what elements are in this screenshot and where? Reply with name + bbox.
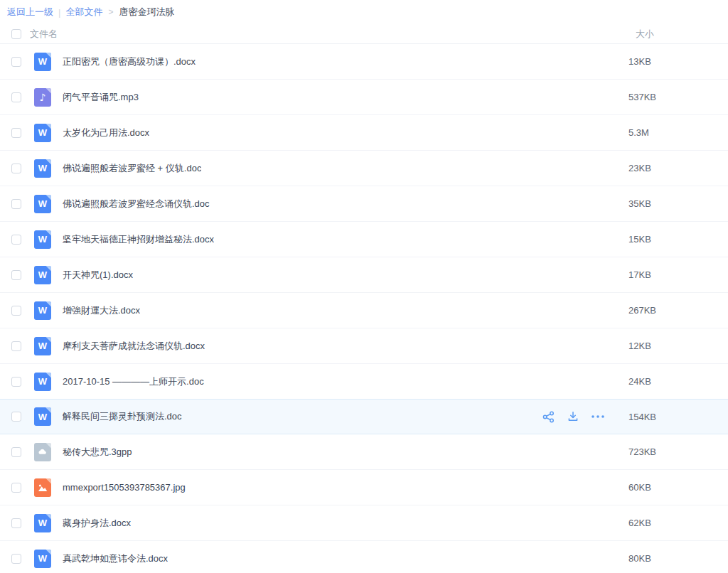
row-checkbox[interactable] [11,412,21,422]
select-all-checkbox[interactable] [11,29,21,39]
file-name-link[interactable]: mmexport1505393785367.jpg [63,482,186,493]
file-size: 13KB [628,56,651,67]
file-row[interactable]: W 增強財運大法.docx 267KB [0,293,728,328]
file-size: 15KB [628,234,651,245]
file-list: W 正阳密咒（唐密高级功课）.docx 13KB ♪ 闭气平音诵咒.mp3 53… [0,44,728,573]
row-checkbox[interactable] [11,377,21,387]
file-size: 5.3M [628,127,649,138]
row-checkbox[interactable] [11,92,21,102]
cloud-media-icon [34,443,51,461]
row-checkbox[interactable] [11,57,21,67]
music-note-icon: ♪ [34,88,51,107]
file-row[interactable]: W 开天神咒(1).docx 17KB [0,257,728,293]
file-list-viewport: W 正阳密咒（唐密高级功课）.docx 13KB ♪ 闭气平音诵咒.mp3 53… [0,44,728,573]
file-name-link[interactable]: 2017-10-15 ————上师开示.doc [63,375,204,388]
row-checkbox[interactable] [11,554,21,564]
file-name-link[interactable]: 解释民间三掷灵卦预测法.doc [63,410,182,423]
row-checkbox[interactable] [11,306,21,316]
word-document-icon: W [34,301,51,320]
breadcrumb-arrow: > [108,7,113,17]
word-document-icon: W [34,266,51,284]
word-document-icon: W [34,53,51,71]
filename-column-header: 文件名 [30,28,58,41]
file-size: 267KB [628,305,656,316]
file-row[interactable]: W 正阳密咒（唐密高级功课）.docx 13KB [0,44,728,80]
size-column-header: 大小 [636,28,654,41]
word-document-icon: W [34,550,51,568]
file-size: 35KB [628,198,651,209]
file-name-link[interactable]: 闭气平音诵咒.mp3 [63,91,139,104]
file-row[interactable]: W 摩利支天菩萨成就法念诵仪轨.docx 12KB [0,328,728,364]
file-row[interactable]: mmexport1505393785367.jpg 60KB [0,470,728,505]
word-document-icon: W [34,124,51,142]
file-size: 154KB [628,412,656,422]
file-row[interactable]: W 真武乾坤如意讳令法.docx 80KB [0,541,728,573]
file-row[interactable]: W 2017-10-15 ————上师开示.doc 24KB [0,364,728,400]
file-name-link[interactable]: 太岁化为己用法.docx [63,127,149,139]
row-checkbox[interactable] [11,447,21,457]
download-icon [567,410,579,423]
file-size: 24KB [628,376,651,387]
word-document-icon: W [34,514,51,532]
breadcrumb-root-link[interactable]: 全部文件 [65,6,102,18]
breadcrumb-current-folder: 唐密金珂法脉 [119,6,174,18]
picture-icon [34,478,51,497]
file-row[interactable]: W 佛说遍照般若波罗蜜经 + 仪轨.doc 23KB [0,151,728,186]
share-button[interactable] [542,410,555,424]
file-size: 60KB [628,482,651,493]
file-name-link[interactable]: 摩利支天菩萨成就法念诵仪轨.docx [63,340,205,353]
file-row[interactable]: W 藏身护身法.docx 62KB [0,505,728,541]
file-size: 723KB [628,446,656,457]
file-size: 23KB [628,163,651,173]
file-row[interactable]: 秘传大悲咒.3gpp 723KB [0,434,728,470]
breadcrumb: 返回上一级 | 全部文件 > 唐密金珂法脉 [0,0,728,24]
file-name-link[interactable]: 佛说遍照般若波罗蜜经 + 仪轨.doc [63,162,201,175]
file-size: 537KB [628,92,656,102]
file-size: 17KB [628,269,651,280]
file-name-link[interactable]: 真武乾坤如意讳令法.docx [63,552,168,565]
breadcrumb-separator: | [58,7,60,18]
row-actions [542,410,605,424]
row-checkbox[interactable] [11,128,21,138]
word-document-icon: W [34,407,51,426]
file-name-link[interactable]: 开天神咒(1).docx [63,269,133,282]
file-size: 12KB [628,341,651,351]
file-name-link[interactable]: 正阳密咒（唐密高级功课）.docx [63,55,196,68]
more-options-icon [591,414,605,419]
file-row[interactable]: ♪ 闭气平音诵咒.mp3 537KB [0,80,728,115]
word-document-icon: W [34,159,51,178]
file-name-link[interactable]: 秘传大悲咒.3gpp [63,446,132,459]
folded-corner [46,88,51,94]
file-row[interactable]: W 太岁化为己用法.docx 5.3M [0,115,728,151]
file-size: 80KB [628,553,651,564]
row-checkbox[interactable] [11,518,21,528]
download-button[interactable] [567,410,579,423]
breadcrumb-back-link[interactable]: 返回上一级 [7,6,53,18]
file-row[interactable]: W 佛说遍照般若波罗蜜经念诵仪轨.doc 35KB [0,186,728,222]
share-icon [542,410,555,424]
file-name-link[interactable]: 增強財運大法.docx [63,304,140,317]
list-header: 文件名 大小 [0,24,728,44]
word-document-icon: W [34,337,51,355]
row-checkbox[interactable] [11,270,21,280]
row-checkbox[interactable] [11,164,21,173]
file-row[interactable]: W 坚牢地天福德正神招财增益秘法.docx 15KB [0,222,728,257]
word-document-icon: W [34,373,51,391]
file-name-link[interactable]: 坚牢地天福德正神招财增益秘法.docx [63,233,214,246]
row-checkbox[interactable] [11,199,21,209]
file-name-link[interactable]: 藏身护身法.docx [63,517,131,530]
row-checkbox[interactable] [11,341,21,351]
row-checkbox[interactable] [11,235,21,245]
more-button[interactable] [591,414,605,419]
file-size: 62KB [628,518,651,528]
word-document-icon: W [34,195,51,213]
file-row[interactable]: W 解释民间三掷灵卦预测法.doc 154KB [0,399,728,434]
word-document-icon: W [34,230,51,249]
file-name-link[interactable]: 佛说遍照般若波罗蜜经念诵仪轨.doc [63,198,210,210]
row-checkbox[interactable] [11,483,21,493]
